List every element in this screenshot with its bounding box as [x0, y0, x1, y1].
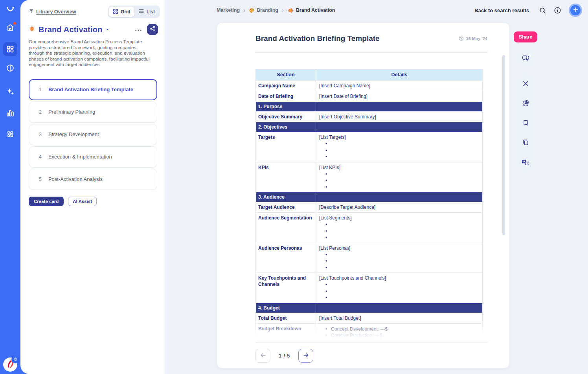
- bullet-item: [319, 282, 479, 288]
- list-label: List: [147, 9, 155, 15]
- translate-icon[interactable]: A2: [521, 158, 530, 166]
- bullet-item: [319, 221, 479, 228]
- list-view-button[interactable]: List: [134, 7, 159, 17]
- comments-button[interactable]: [518, 50, 533, 66]
- bullet-item: [319, 184, 479, 191]
- section-blank-cell: [316, 102, 482, 111]
- logo-icon[interactable]: [3, 2, 17, 17]
- next-page-button[interactable]: [298, 349, 313, 363]
- grid-view-button[interactable]: Grid: [109, 7, 134, 17]
- pagination: 1 / 5: [255, 343, 488, 368]
- table-section-row: 3. Audience: [256, 192, 482, 202]
- bullet-item: [319, 258, 479, 265]
- card-label: Strategy Development: [48, 131, 99, 137]
- document-header: Brand Activation Briefing Template 16 Ma…: [217, 23, 509, 44]
- section-label: 4. Budget: [256, 303, 316, 313]
- column-header: Details: [316, 70, 482, 80]
- scrollbar-thumb[interactable]: [502, 55, 505, 235]
- app-root: Library Overview Grid List Brand Activat…: [0, 0, 588, 374]
- create-card-button[interactable]: Create card: [29, 197, 64, 206]
- breadcrumb-item[interactable]: Branding: [249, 7, 278, 13]
- bullet-list: [319, 171, 479, 191]
- card-number: 1: [39, 87, 42, 92]
- info-icon[interactable]: [554, 7, 561, 14]
- sparkles-icon[interactable]: [3, 85, 17, 99]
- atom-icon[interactable]: [3, 127, 17, 141]
- sidebar-title-row: Brand Activation: [20, 18, 165, 35]
- collision-burst-icon: [287, 7, 294, 14]
- pie-chart-icon[interactable]: [521, 99, 530, 107]
- bar-chart-icon[interactable]: [3, 106, 17, 120]
- row-value: [Insert Date of Briefing]: [316, 91, 482, 101]
- user-avatar[interactable]: [3, 357, 18, 372]
- cell-value: [Describe Target Audience]: [319, 204, 479, 210]
- chat-icon: [521, 54, 530, 63]
- chevron-right-icon: ›: [282, 7, 284, 13]
- copy-icon[interactable]: [521, 138, 530, 147]
- table-row: Target Audience[Describe Target Audience…: [256, 202, 482, 213]
- row-value: [Insert Campaign Name]: [316, 81, 482, 91]
- row-label: Key Touchpoints and Channels: [256, 273, 316, 303]
- sidebar-item-5[interactable]: 5Post-Activation Analysis: [29, 169, 157, 190]
- card-number: 2: [39, 109, 42, 115]
- split-circle-icon[interactable]: [3, 61, 17, 75]
- bullet-item: [319, 288, 479, 295]
- more-options-button[interactable]: [135, 26, 142, 33]
- search-icon[interactable]: [539, 7, 546, 14]
- bookmark-icon[interactable]: [521, 118, 530, 127]
- bullet-list: [319, 252, 479, 271]
- plus-glyph: [573, 7, 578, 14]
- back-to-search-link[interactable]: Back to search results: [474, 7, 529, 13]
- share-button[interactable]: Share: [514, 31, 537, 42]
- bullet-list: [319, 141, 479, 160]
- row-label: Audience Segmentation: [256, 213, 316, 243]
- section-blank-cell: [316, 192, 482, 202]
- row-label: Audience Personas: [256, 243, 316, 273]
- bullet-item: [319, 234, 479, 241]
- card-label: Preliminary Planning: [48, 109, 95, 115]
- ai-assist-button[interactable]: AI Assist: [68, 197, 97, 206]
- card-number: 4: [39, 154, 42, 160]
- grid-label: Grid: [121, 9, 130, 15]
- sidebar-item-4[interactable]: 4Execution & Implementation: [29, 146, 157, 168]
- avatar-image: [3, 367, 18, 373]
- history-icon: [459, 36, 464, 42]
- row-label: Date of Briefing: [256, 91, 316, 101]
- table-row: Campaign Name[Insert Campaign Name]: [256, 81, 482, 91]
- table-section-row: 2. Objectives: [256, 122, 482, 132]
- breadcrumb-label: Brand Activation: [296, 7, 335, 13]
- library-title-dropdown[interactable]: Brand Activation: [29, 25, 110, 34]
- row-value: [List Touchpoints and Channels]: [316, 273, 482, 303]
- breadcrumb-item[interactable]: Marketing: [217, 7, 240, 13]
- cell-value: [List Touchpoints and Channels]: [319, 275, 479, 281]
- previous-page-button[interactable]: [255, 349, 270, 363]
- last-edited: 16 May '24: [459, 36, 487, 42]
- library-overview-link[interactable]: Library Overview: [29, 9, 76, 15]
- bullet-item: [319, 154, 479, 160]
- table-row: Audience Segmentation[List Segments]: [256, 213, 482, 243]
- bullet-item: [319, 177, 479, 184]
- row-value: [List Targets]: [316, 132, 482, 162]
- row-value: [Describe Target Audience]: [316, 202, 482, 212]
- home-icon[interactable]: [3, 20, 17, 35]
- close-icon[interactable]: [521, 79, 530, 88]
- document-card: Brand Activation Briefing Template 16 Ma…: [217, 22, 510, 368]
- bullet-item: [319, 252, 479, 258]
- bullet-item: [319, 295, 479, 301]
- share-library-button[interactable]: [147, 24, 158, 35]
- sidebar-card-list: 1Brand Activation Briefing Template2Prel…: [29, 79, 157, 190]
- notification-dot: [13, 22, 16, 25]
- sidebar-item-2[interactable]: 2Preliminary Planning: [29, 101, 157, 123]
- fade-overlay: [217, 320, 509, 343]
- add-button[interactable]: [569, 4, 582, 17]
- breadcrumb-item[interactable]: Brand Activation: [287, 7, 335, 14]
- apps-icon[interactable]: [3, 42, 17, 56]
- sidebar-item-3[interactable]: 3Strategy Development: [29, 124, 157, 145]
- card-number: 5: [39, 177, 42, 182]
- section-label: 3. Audience: [256, 192, 316, 202]
- card-label: Execution & Implementation: [48, 154, 112, 160]
- settings-badge[interactable]: [11, 355, 20, 363]
- briefing-table: SectionDetailsCampaign Name[Insert Campa…: [255, 69, 483, 343]
- table-section-row: 1. Purpose: [256, 102, 482, 112]
- sidebar-item-1[interactable]: 1Brand Activation Briefing Template: [29, 79, 157, 100]
